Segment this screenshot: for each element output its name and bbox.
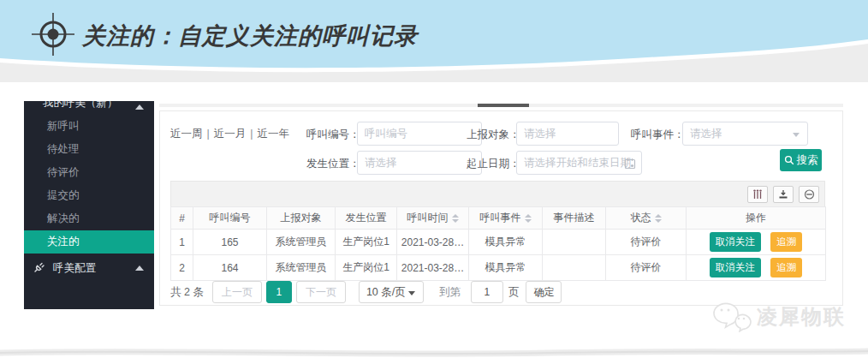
wechat-logo-icon bbox=[712, 301, 752, 332]
content-panel: 近一周|近一月|近一年 呼叫编号： 上报对象： 呼叫事件： 请选择 发生位置： … bbox=[159, 110, 843, 306]
columns-button[interactable] bbox=[747, 186, 768, 203]
cell-index: 2 bbox=[171, 255, 193, 281]
sidebar-group-my-calls[interactable]: 我的呼美（新） bbox=[24, 101, 154, 115]
trace-button[interactable]: 追溯 bbox=[770, 258, 802, 277]
search-button-label: 搜索 bbox=[797, 153, 818, 168]
table-toolbar bbox=[170, 181, 825, 206]
location-input[interactable] bbox=[357, 151, 482, 175]
table-row: 2 164 系统管理员 生产岗位1 2021-03-28… 模具异常 待评价 取… bbox=[171, 255, 826, 281]
next-page-button[interactable]: 下一页 bbox=[296, 281, 346, 303]
sidebar-group-call-config-label: 呼美配置 bbox=[53, 262, 96, 274]
page-size-select[interactable]: 10 条/页 bbox=[359, 281, 424, 303]
range-separator: | bbox=[207, 128, 210, 140]
range-last-year-link[interactable]: 近一年 bbox=[258, 128, 290, 140]
cell-status: 待评价 bbox=[606, 230, 687, 255]
export-button[interactable] bbox=[773, 186, 794, 203]
cell-reporter: 系统管理员 bbox=[267, 255, 336, 281]
reporter-label: 上报对象： bbox=[467, 128, 520, 142]
col-event-desc: 事件描述 bbox=[543, 207, 606, 230]
range-last-month-link[interactable]: 近一月 bbox=[214, 128, 247, 140]
table-header-row: # 呼叫编号 上报对象 发生位置 呼叫时间 呼叫事件 事件描述 状态 操作 bbox=[171, 207, 826, 230]
sort-icon[interactable] bbox=[655, 214, 662, 223]
scrollbar-thumb[interactable] bbox=[478, 104, 529, 107]
date-range-input[interactable]: 请选择开始和结束日期 bbox=[516, 151, 642, 175]
page-size-value: 10 条/页 bbox=[366, 286, 406, 298]
col-location: 发生位置 bbox=[336, 207, 397, 230]
table-row: 1 165 系统管理员 生产岗位1 2021-03-28… 模具异常 待评价 取… bbox=[171, 230, 826, 255]
columns-icon bbox=[752, 189, 763, 200]
chevron-down-icon bbox=[408, 291, 415, 295]
sidebar-item-pending[interactable]: 待处理 bbox=[24, 138, 154, 161]
range-separator: | bbox=[250, 128, 253, 140]
cell-call-time: 2021-03-28… bbox=[397, 255, 469, 281]
call-no-input[interactable] bbox=[357, 122, 482, 146]
col-call-time[interactable]: 呼叫时间 bbox=[397, 207, 469, 230]
call-event-label: 呼叫事件： bbox=[631, 128, 685, 142]
watermark-text: 凌犀物联 bbox=[757, 303, 846, 331]
goto-confirm-button[interactable]: 确定 bbox=[526, 281, 562, 303]
cell-call-event: 模具异常 bbox=[469, 255, 543, 281]
call-no-label: 呼叫编号： bbox=[306, 128, 360, 142]
print-icon bbox=[804, 189, 815, 200]
location-label: 发生位置： bbox=[306, 157, 360, 171]
page-title: 关注的：自定义关注的呼叫记录 bbox=[82, 21, 418, 51]
current-page-button[interactable]: 1 bbox=[266, 281, 292, 303]
range-last-week-link[interactable]: 近一周 bbox=[170, 128, 203, 140]
trace-button[interactable]: 追溯 bbox=[770, 232, 802, 252]
watermark: 凌犀物联 bbox=[712, 301, 846, 332]
search-button[interactable]: 搜索 bbox=[780, 149, 822, 171]
date-range-placeholder: 请选择开始和结束日期 bbox=[524, 157, 631, 169]
sidebar-item-followed[interactable]: 关注的 bbox=[24, 230, 154, 254]
download-icon bbox=[778, 189, 788, 200]
plug-icon bbox=[33, 262, 45, 273]
prev-page-button[interactable]: 上一页 bbox=[212, 281, 262, 303]
screenshot-root: 关注的：自定义关注的呼叫记录 我的呼美（新） 新呼叫 待处理 待评价 提交的 解… bbox=[0, 0, 868, 358]
sidebar-item-to-evaluate[interactable]: 待评价 bbox=[24, 161, 154, 184]
cell-index: 1 bbox=[171, 230, 193, 255]
crosshair-icon bbox=[31, 12, 75, 57]
cell-location: 生产岗位1 bbox=[336, 255, 397, 281]
col-actions: 操作 bbox=[687, 207, 826, 230]
col-index: # bbox=[171, 207, 193, 230]
goto-prefix-label: 到第 bbox=[439, 285, 461, 300]
cell-location: 生产岗位1 bbox=[336, 230, 397, 255]
col-status[interactable]: 状态 bbox=[606, 207, 687, 230]
cell-actions: 取消关注 追溯 bbox=[687, 255, 826, 281]
goto-suffix-label: 页 bbox=[508, 285, 520, 300]
print-button[interactable] bbox=[799, 186, 819, 203]
bottom-wave-divider bbox=[0, 346, 868, 358]
pagination: 共 2 条 上一页 1 下一页 10 条/页 到第 页 确定 bbox=[170, 281, 566, 303]
reporter-input[interactable] bbox=[516, 122, 619, 146]
cell-event-desc bbox=[543, 230, 606, 255]
cell-call-no: 164 bbox=[193, 255, 267, 281]
call-event-select-value: 请选择 bbox=[690, 128, 722, 140]
cell-event-desc bbox=[543, 255, 606, 281]
sidebar-item-submitted[interactable]: 提交的 bbox=[24, 184, 154, 207]
calendar-icon bbox=[624, 158, 636, 170]
total-count: 共 2 条 bbox=[170, 285, 204, 300]
cell-call-time: 2021-03-28… bbox=[397, 230, 469, 255]
goto-page-input[interactable] bbox=[471, 281, 503, 303]
sort-icon[interactable] bbox=[525, 214, 532, 223]
quick-range-links: 近一周|近一月|近一年 bbox=[170, 127, 289, 141]
chevron-down-icon bbox=[793, 133, 800, 137]
sidebar-group-my-calls-label: 我的呼美（新） bbox=[43, 101, 118, 112]
call-event-select[interactable]: 请选择 bbox=[682, 122, 808, 146]
sidebar-item-new-call[interactable]: 新呼叫 bbox=[24, 115, 154, 138]
sidebar-group-call-config[interactable]: 呼美配置 bbox=[24, 254, 154, 283]
col-call-event[interactable]: 呼叫事件 bbox=[469, 207, 543, 230]
horizontal-scrollbar[interactable] bbox=[159, 104, 843, 107]
sidebar-item-resolved[interactable]: 解决的 bbox=[24, 207, 154, 230]
cell-call-event: 模具异常 bbox=[469, 230, 543, 255]
unfollow-button[interactable]: 取消关注 bbox=[710, 232, 761, 252]
date-range-label: 起止日期： bbox=[467, 157, 520, 171]
cell-reporter: 系统管理员 bbox=[267, 230, 336, 255]
unfollow-button[interactable]: 取消关注 bbox=[710, 258, 761, 277]
chevron-up-icon bbox=[135, 266, 144, 271]
cell-status: 待评价 bbox=[606, 255, 687, 281]
sort-icon[interactable] bbox=[452, 214, 459, 223]
table-card: # 呼叫编号 上报对象 发生位置 呼叫时间 呼叫事件 事件描述 状态 操作 1 bbox=[170, 181, 825, 281]
col-call-no: 呼叫编号 bbox=[193, 207, 267, 230]
cell-actions: 取消关注 追溯 bbox=[687, 230, 826, 255]
call-records-table: # 呼叫编号 上报对象 发生位置 呼叫时间 呼叫事件 事件描述 状态 操作 1 bbox=[170, 206, 826, 281]
